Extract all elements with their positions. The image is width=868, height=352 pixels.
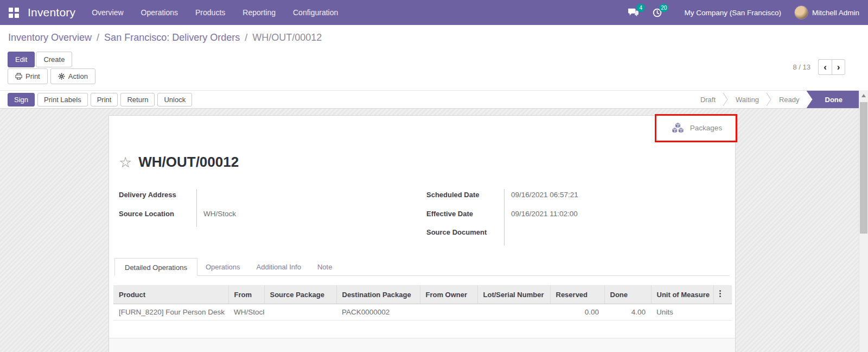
stage-chevron-icon: [766, 91, 772, 108]
scrollbar-up-arrow-icon[interactable]: [861, 94, 866, 97]
chevron-left-icon: ‹: [824, 62, 827, 73]
field-value[interactable]: [197, 189, 422, 208]
messages-icon[interactable]: 4: [627, 8, 639, 17]
create-button[interactable]: Create: [36, 52, 72, 67]
top-navbar: Inventory Overview Operations Products R…: [0, 0, 868, 25]
col-lot-serial[interactable]: Lot/Serial Number: [477, 285, 550, 304]
print-labels-button[interactable]: Print Labels: [37, 93, 88, 106]
field-value[interactable]: [505, 227, 724, 246]
field-value[interactable]: 09/16/2021 06:57:21: [505, 189, 724, 208]
print-menu-button[interactable]: Print: [8, 68, 48, 84]
stage-chevron-icon: [723, 91, 729, 108]
field-delivery-address: Delivery Address: [114, 189, 422, 208]
packages-label: Packages: [690, 124, 722, 132]
cell-actions: [713, 304, 732, 320]
tab-operations[interactable]: Operations: [197, 258, 248, 275]
user-menu[interactable]: Mitchell Admin: [794, 5, 859, 20]
col-from[interactable]: From: [228, 285, 264, 304]
field-source-document: Source Document: [422, 227, 724, 246]
field-effective-date: Effective Date 09/16/2021 11:02:00: [422, 208, 724, 227]
field-label: Delivery Address: [114, 189, 197, 208]
page: Inventory Overview Operations Products R…: [0, 0, 868, 352]
sign-button[interactable]: Sign: [8, 93, 35, 106]
title-row: ☆ WH/OUT/00012: [119, 154, 239, 171]
pager-next-button[interactable]: ›: [832, 59, 845, 75]
scrollbar-thumb[interactable]: [860, 102, 867, 234]
tab-detailed-operations[interactable]: Detailed Operations: [114, 258, 197, 276]
col-reserved[interactable]: Reserved: [550, 285, 604, 304]
activities-badge: 20: [659, 4, 668, 12]
nav-item-operations[interactable]: Operations: [141, 8, 178, 17]
vertical-scrollbar[interactable]: [859, 90, 868, 352]
col-source-package[interactable]: Source Package: [264, 285, 336, 304]
nav-menu: Overview Operations Products Reporting C…: [92, 8, 338, 17]
user-name: Mitchell Admin: [812, 9, 859, 17]
nav-item-reporting[interactable]: Reporting: [242, 8, 276, 17]
cell-reserved: 0.00: [550, 304, 604, 320]
pager-buttons: ‹ ›: [818, 59, 845, 75]
activities-icon[interactable]: 20: [652, 8, 662, 18]
col-product[interactable]: Product: [113, 285, 228, 304]
action-menu-button[interactable]: Action: [50, 68, 95, 84]
print-menu-label: Print: [25, 73, 40, 80]
table-header-row: Product From Source Package Destination …: [113, 285, 732, 304]
cell-done: 4.00: [604, 304, 651, 320]
stage-draft[interactable]: Draft: [693, 96, 723, 104]
messages-badge: 4: [636, 4, 645, 12]
stage-done-active[interactable]: Done: [807, 91, 859, 108]
nav-item-overview[interactable]: Overview: [92, 8, 123, 17]
apps-menu-icon[interactable]: [9, 8, 19, 18]
col-from-owner[interactable]: From Owner: [420, 285, 477, 304]
chevron-right-icon: ›: [837, 62, 840, 73]
stage-waiting[interactable]: Waiting: [729, 96, 766, 104]
edit-button[interactable]: Edit: [8, 52, 35, 67]
app-name[interactable]: Inventory: [28, 6, 75, 19]
statusbar-buttons: Sign Print Labels Print Return Unlock: [8, 93, 192, 106]
cell-product: [FURN_8220] Four Person Desk: [113, 304, 228, 320]
col-destination-package[interactable]: Destination Package: [336, 285, 420, 304]
field-group-right: Scheduled Date 09/16/2021 06:57:21 Effec…: [422, 189, 724, 246]
packages-cubes-icon: [671, 122, 685, 134]
field-label: Source Location: [114, 208, 197, 227]
pager-previous-button[interactable]: ‹: [818, 59, 832, 75]
cell-lot-serial: [477, 304, 550, 320]
return-button[interactable]: Return: [120, 93, 155, 106]
field-label: Scheduled Date: [422, 189, 505, 208]
notebook-tabs: Detailed Operations Operations Additiona…: [114, 258, 730, 276]
field-groups: Delivery Address Source Location WH/Stoc…: [114, 189, 724, 246]
breadcrumb-link-delivery-orders[interactable]: San Francisco: Delivery Orders: [104, 32, 240, 43]
field-source-location: Source Location WH/Stock: [114, 208, 422, 227]
col-done[interactable]: Done: [604, 285, 651, 304]
field-scheduled-date: Scheduled Date 09/16/2021 06:57:21: [422, 189, 724, 208]
breadcrumb-separator: /: [242, 32, 250, 43]
breadcrumb-link-overview[interactable]: Inventory Overview: [8, 32, 92, 43]
nav-item-products[interactable]: Products: [195, 8, 225, 17]
form-view-background: Packages ☆ WH/OUT/00012 Delivery Address…: [0, 109, 859, 352]
field-value[interactable]: 09/16/2021 11:02:00: [505, 208, 724, 227]
printer-icon: [15, 73, 22, 80]
nav-item-configuration[interactable]: Configuration: [293, 8, 338, 17]
col-unit-of-measure[interactable]: Unit of Measure: [651, 285, 713, 304]
field-value[interactable]: WH/Stock: [197, 208, 422, 227]
gear-icon: [58, 73, 65, 80]
stage-ready[interactable]: Ready: [772, 96, 807, 104]
tab-additional-info[interactable]: Additional Info: [248, 258, 309, 275]
pager-count: 8 / 13: [793, 63, 810, 71]
company-switcher[interactable]: My Company (San Francisco): [684, 9, 781, 17]
edit-create-row: Edit Create: [8, 52, 72, 67]
control-panel: Inventory Overview / San Francisco: Deli…: [0, 25, 868, 109]
print-action-row: Print Action: [8, 68, 95, 84]
breadcrumb: Inventory Overview / San Francisco: Deli…: [8, 32, 322, 43]
table-row[interactable]: [FURN_8220] Four Person Desk WH/Stock PA…: [113, 304, 732, 320]
optional-columns-toggle[interactable]: [713, 285, 732, 304]
unlock-button[interactable]: Unlock: [157, 93, 192, 106]
nav-right: 4 20 My Company (San Francisco) Mitchell…: [627, 5, 859, 20]
tab-note[interactable]: Note: [309, 258, 340, 275]
packages-stat-button[interactable]: Packages: [657, 116, 735, 141]
form-sheet: Packages ☆ WH/OUT/00012 Delivery Address…: [108, 115, 736, 352]
print-button[interactable]: Print: [91, 93, 118, 106]
cell-from: WH/Stock: [228, 304, 264, 320]
cell-destination-package: PACK0000002: [336, 304, 420, 320]
operations-table-wrap: Product From Source Package Destination …: [113, 285, 731, 320]
favorite-star-icon[interactable]: ☆: [119, 155, 132, 169]
